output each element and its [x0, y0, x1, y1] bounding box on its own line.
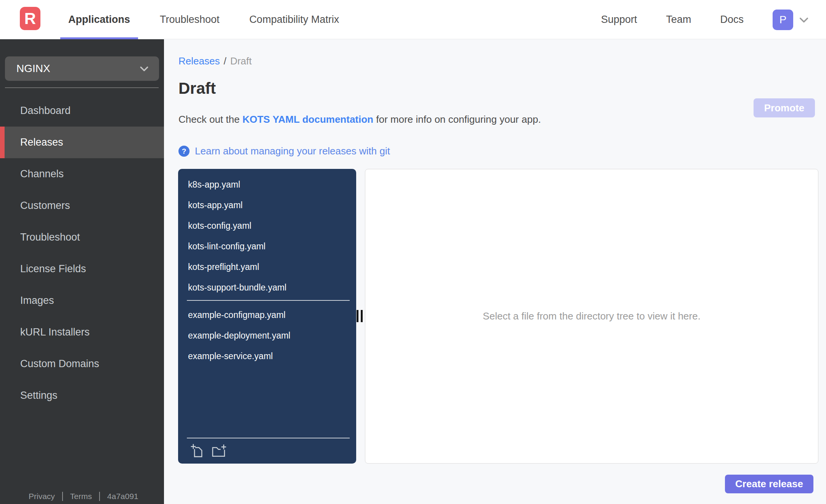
git-releases-help-link[interactable]: Learn about managing your releases with …: [195, 145, 390, 157]
help-icon: ?: [178, 146, 190, 157]
sidebar-item-dashboard[interactable]: Dashboard: [0, 95, 164, 127]
active-tab-indicator: [60, 37, 138, 39]
breadcrumb-separator: /: [223, 55, 226, 67]
main-content: Releases / Draft Draft Promote Check out…: [164, 39, 826, 504]
resize-grip-bar: [357, 310, 358, 322]
secondary-nav: Support Team Docs P: [601, 0, 810, 39]
file-item[interactable]: kots-support-bundle.yaml: [178, 277, 356, 298]
sidebar-item-kurl-installers[interactable]: kURL Installers: [0, 316, 164, 348]
file-item[interactable]: kots-app.yaml: [178, 195, 356, 215]
sidebar-item-custom-domains[interactable]: Custom Domains: [0, 348, 164, 380]
tree-spacer: [178, 366, 356, 435]
intro-suffix: for more info on configuring your app.: [373, 114, 541, 125]
tab-label: Applications: [68, 14, 130, 26]
sidebar-item-releases[interactable]: Releases: [0, 127, 164, 158]
sidebar-item-settings[interactable]: Settings: [0, 380, 164, 411]
primary-nav-tabs: Applications Troubleshoot Compatibility …: [60, 0, 361, 39]
viewer-placeholder-text: Select a file from the directory tree to…: [483, 310, 701, 322]
privacy-link[interactable]: Privacy: [29, 492, 55, 501]
new-folder-icon[interactable]: [211, 444, 227, 457]
footer-separator: [62, 492, 63, 501]
tree-actions-divider: [187, 438, 350, 438]
page-title: Draft: [178, 79, 216, 98]
file-item[interactable]: example-service.yaml: [178, 346, 356, 366]
tab-troubleshoot[interactable]: Troubleshoot: [152, 0, 228, 39]
footer-separator: [99, 492, 100, 501]
create-release-button[interactable]: Create release: [725, 475, 813, 493]
sidebar-item-troubleshoot[interactable]: Troubleshoot: [0, 222, 164, 253]
sidebar-item-images[interactable]: Images: [0, 285, 164, 316]
sidebar-footer: Privacy Terms 4a7a091: [29, 492, 138, 501]
sidebar-item-label: Channels: [20, 168, 64, 180]
replicated-logo[interactable]: R: [20, 7, 40, 30]
avatar-initial: P: [779, 14, 787, 26]
sidebar-item-label: Releases: [20, 136, 63, 148]
sidebar-item-label: Images: [20, 295, 54, 307]
promote-button[interactable]: Promote: [754, 98, 815, 117]
file-item[interactable]: kots-preflight.yaml: [178, 257, 356, 277]
sidebar-item-label: Troubleshoot: [20, 231, 80, 243]
breadcrumb: Releases / Draft: [178, 55, 252, 67]
breadcrumb-current: Draft: [230, 55, 252, 67]
nav-link-support[interactable]: Support: [601, 14, 637, 26]
breadcrumb-releases-link[interactable]: Releases: [178, 55, 220, 67]
file-item[interactable]: kots-lint-config.yaml: [178, 236, 356, 257]
sidebar-item-label: Customers: [20, 200, 70, 212]
app-window: R Applications Troubleshoot Compatibilit…: [0, 0, 826, 504]
tab-label: Compatibility Matrix: [249, 14, 339, 26]
app-sidebar: NGINX Dashboard Releases Channels Custom…: [0, 39, 164, 504]
sidebar-item-label: Settings: [20, 390, 58, 401]
file-item[interactable]: k8s-app.yaml: [178, 174, 356, 195]
sidebar-item-customers[interactable]: Customers: [0, 190, 164, 222]
app-selector-dropdown[interactable]: NGINX: [5, 56, 159, 81]
root-file-group: k8s-app.yaml kots-app.yaml kots-config.y…: [178, 169, 356, 298]
tab-label: Troubleshoot: [160, 14, 220, 26]
kots-yaml-docs-link[interactable]: KOTS YAML documentation: [243, 114, 373, 125]
sidebar-item-label: Dashboard: [20, 105, 71, 117]
nav-link-team[interactable]: Team: [666, 14, 691, 26]
chevron-down-icon[interactable]: [798, 14, 810, 26]
app-selector-value: NGINX: [16, 63, 50, 75]
manifest-file-group: example-configmap.yaml example-deploymen…: [178, 302, 356, 366]
file-item[interactable]: example-configmap.yaml: [178, 305, 356, 325]
panel-resize-handle[interactable]: [357, 310, 363, 322]
logo-letter: R: [24, 10, 36, 28]
sidebar-item-license-fields[interactable]: License Fields: [0, 253, 164, 285]
build-id: 4a7a091: [107, 492, 138, 501]
top-navigation-bar: R Applications Troubleshoot Compatibilit…: [0, 0, 826, 39]
sidebar-item-label: Custom Domains: [20, 358, 99, 370]
tree-actions: [178, 440, 356, 464]
account-menu[interactable]: P: [773, 10, 810, 30]
nav-link-docs[interactable]: Docs: [720, 14, 744, 26]
sidebar-item-channels[interactable]: Channels: [0, 158, 164, 190]
sidebar-item-label: kURL Installers: [20, 326, 90, 338]
intro-text: Check out the KOTS YAML documentation fo…: [178, 114, 541, 125]
intro-prefix: Check out the: [178, 114, 243, 125]
file-item[interactable]: kots-config.yaml: [178, 215, 356, 236]
tab-compatibility-matrix[interactable]: Compatibility Matrix: [241, 0, 347, 39]
git-help-row: ? Learn about managing your releases wit…: [178, 145, 390, 157]
active-item-indicator: [0, 127, 5, 158]
tab-applications[interactable]: Applications: [60, 0, 138, 39]
sidebar-divider: [5, 87, 159, 88]
avatar[interactable]: P: [773, 10, 793, 30]
file-group-divider: [187, 300, 350, 301]
sidebar-item-label: License Fields: [20, 263, 86, 275]
chevron-down-icon: [138, 63, 150, 74]
sidebar-nav: Dashboard Releases Channels Customers Tr…: [0, 95, 164, 411]
new-file-icon[interactable]: [191, 444, 204, 457]
file-viewer-panel: Select a file from the directory tree to…: [365, 169, 818, 464]
terms-link[interactable]: Terms: [70, 492, 92, 501]
file-tree-panel: k8s-app.yaml kots-app.yaml kots-config.y…: [178, 169, 356, 464]
resize-grip-bar: [361, 310, 363, 322]
file-item[interactable]: example-deployment.yaml: [178, 325, 356, 346]
